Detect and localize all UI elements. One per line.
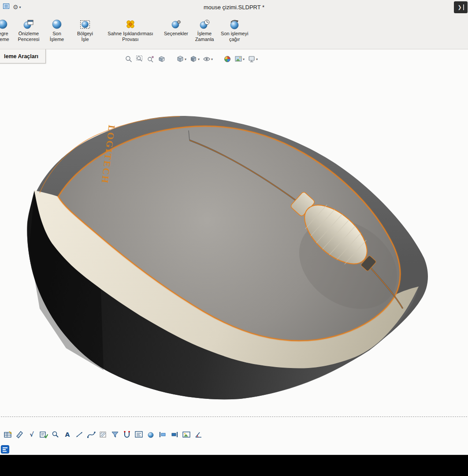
separator-dashed-line [1, 416, 467, 417]
monitor-icon [248, 55, 256, 63]
clamp-button[interactable] [123, 430, 131, 439]
title-bar: ⚙ ▾ mouse çizimi.SLDPRT * ❯ [0, 0, 468, 14]
ribbon-item-scene-illumination-proof[interactable]: Sahne IşıklandırmasıProvası [101, 18, 160, 42]
chevron-right-icon: ❯ [457, 5, 461, 10]
image-icon [182, 430, 191, 439]
graphics-viewport[interactable]: LOGITECH ▾ ▾ ▾ ▾ ▾ √ A [0, 49, 468, 455]
recall-last-render-icon [229, 18, 240, 31]
heads-up-toolbar: ▾ ▾ ▾ ▾ ▾ [124, 55, 258, 63]
material-sphere-icon [146, 430, 155, 439]
window-title: mouse çizimi.SLDPRT * [0, 4, 468, 11]
view-settings-button[interactable]: ▾ [247, 55, 258, 63]
status-blue-icon[interactable] [1, 445, 9, 455]
ribbon-item-recall-last-render[interactable]: Son işlemeyiçağır [221, 18, 248, 42]
zoom-area-icon [136, 55, 144, 63]
chevron-down-icon: ▾ [198, 57, 200, 61]
chevron-down-icon: ▾ [243, 57, 245, 61]
bottom-toolbar: √ A [4, 430, 203, 439]
note-button[interactable]: A [63, 430, 72, 439]
solidworks-window: ⚙ ▾ mouse çizimi.SLDPRT * ❯ tegrezleme Ö… [0, 0, 468, 476]
align-left-button[interactable] [158, 430, 167, 439]
ribbon-render-tools: tegrezleme ÖnizlemePenceresi Sonİşleme B… [0, 14, 468, 49]
sqrt-icon: √ [30, 431, 33, 438]
spell-check-icon [39, 430, 48, 439]
section-view-icon [158, 55, 166, 63]
image-button[interactable] [182, 430, 191, 439]
ribbon-item-integrated-preview[interactable]: tegrezleme [0, 18, 12, 42]
align-right-button[interactable] [170, 430, 179, 439]
spline-icon [87, 430, 96, 439]
measure-icon [15, 430, 24, 439]
letter-a-icon: A [65, 431, 70, 438]
view-orientation-button[interactable]: ▾ [176, 55, 187, 63]
mouse-3d-model[interactable]: LOGITECH [0, 49, 468, 455]
ribbon-item-final-render[interactable]: Sonİşleme [45, 18, 69, 42]
smart-dimension-icon [75, 430, 84, 439]
ribbon-item-schedule-render[interactable]: İşlemeZamanla [193, 18, 216, 42]
ribbon-item-options[interactable]: Seçenekler [164, 18, 188, 42]
zoom-selection-button[interactable] [146, 55, 155, 63]
render-region-icon [79, 18, 91, 31]
eye-icon [203, 55, 211, 63]
ribbon-item-preview-window[interactable]: ÖnizlemePenceresi [17, 18, 41, 42]
tab-render-tools[interactable]: leme Araçları [0, 49, 46, 63]
section-view-button[interactable] [157, 55, 166, 63]
chevron-down-icon: ▾ [185, 57, 186, 61]
zoom-fit-icon [125, 55, 133, 63]
render-options-icon [171, 18, 182, 31]
chevron-down-icon: ▾ [19, 5, 21, 9]
text-box-button[interactable] [134, 430, 143, 439]
angle-dimension-icon [194, 430, 203, 439]
scene-icon [234, 55, 242, 63]
integrated-preview-icon [0, 18, 8, 31]
measure-button[interactable] [15, 430, 24, 439]
zoom-selection-icon [147, 55, 155, 63]
material-sphere-button[interactable] [146, 430, 155, 439]
clamp-icon [123, 430, 131, 439]
task-pane-toggle-button[interactable]: ❯ [454, 1, 468, 13]
search-button[interactable] [51, 430, 60, 439]
display-style-icon [189, 55, 197, 63]
filter-button[interactable] [111, 430, 119, 439]
check-entity-button[interactable]: √ [27, 430, 36, 439]
hide-show-items-button[interactable]: ▾ [202, 55, 213, 63]
search-icon [51, 430, 60, 439]
view-orientation-icon [176, 55, 184, 63]
design-table-button[interactable] [4, 430, 12, 439]
design-table-icon [4, 430, 12, 439]
edit-appearance-button[interactable] [223, 55, 232, 63]
display-style-button[interactable]: ▾ [189, 55, 200, 63]
appearance-ball-icon [223, 55, 231, 63]
filter-icon [111, 430, 119, 439]
final-render-icon [51, 18, 63, 31]
taskbar-area [0, 455, 468, 476]
align-right-icon [170, 430, 179, 439]
apply-scene-button[interactable]: ▾ [234, 55, 245, 63]
hatch-icon [99, 430, 108, 439]
text-box-icon [134, 430, 143, 439]
zoom-fit-button[interactable] [124, 55, 133, 63]
schedule-render-icon [199, 18, 210, 31]
gear-icon: ⚙ [13, 4, 19, 10]
zoom-area-button[interactable] [135, 55, 144, 63]
feature-manager-icon[interactable] [3, 3, 10, 11]
align-left-icon [158, 430, 167, 439]
hatch-fill-button[interactable] [99, 430, 108, 439]
scene-illumination-proof-icon [125, 18, 136, 31]
spell-check-button[interactable] [39, 430, 48, 439]
chevron-down-icon: ▾ [256, 57, 258, 61]
task-pane-bar-icon [463, 4, 464, 10]
options-gear-button[interactable]: ⚙ ▾ [13, 4, 21, 10]
angle-dimension-button[interactable] [194, 430, 203, 439]
spline-button[interactable] [87, 430, 96, 439]
smart-dimension-button[interactable] [75, 430, 84, 439]
preview-window-icon [23, 18, 34, 31]
ribbon-item-render-region[interactable]: Bölgeyiİşle [73, 18, 97, 42]
chevron-down-icon: ▾ [211, 57, 213, 61]
